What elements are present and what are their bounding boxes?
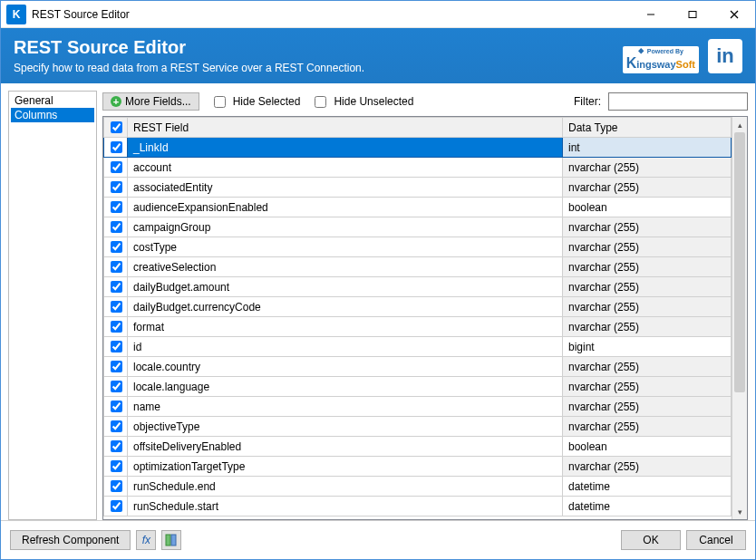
- data-type-cell[interactable]: int: [563, 138, 732, 158]
- ok-button[interactable]: OK: [621, 530, 681, 550]
- row-checkbox[interactable]: [104, 377, 128, 397]
- table-row[interactable]: accountnvarchar (255): [104, 158, 732, 178]
- scroll-down-icon[interactable]: ▾: [732, 504, 747, 519]
- table-row[interactable]: audienceExpansionEnabledboolean: [104, 198, 732, 217]
- rest-field-cell[interactable]: optimizationTargetType: [128, 457, 563, 477]
- data-type-cell[interactable]: nvarchar (255): [563, 237, 732, 257]
- table-row[interactable]: locale.languagenvarchar (255): [104, 377, 732, 397]
- row-checkbox[interactable]: [104, 277, 128, 297]
- row-checkbox[interactable]: [104, 257, 128, 277]
- rest-field-cell[interactable]: creativeSelection: [128, 257, 563, 277]
- grid-header-row: REST Field Data Type: [104, 118, 732, 138]
- row-checkbox[interactable]: [104, 477, 128, 497]
- data-type-cell[interactable]: nvarchar (255): [563, 178, 732, 198]
- data-type-cell[interactable]: nvarchar (255): [563, 277, 732, 297]
- rest-field-cell[interactable]: id: [128, 337, 563, 357]
- data-type-cell[interactable]: boolean: [563, 437, 732, 457]
- table-row[interactable]: formatnvarchar (255): [104, 317, 732, 337]
- table-row[interactable]: dailyBudget.currencyCodenvarchar (255): [104, 297, 732, 317]
- row-checkbox[interactable]: [104, 178, 128, 198]
- data-type-cell[interactable]: nvarchar (255): [563, 357, 732, 377]
- data-type-cell[interactable]: nvarchar (255): [563, 317, 732, 337]
- table-row[interactable]: campaignGroupnvarchar (255): [104, 217, 732, 237]
- row-checkbox[interactable]: [104, 198, 128, 217]
- table-row[interactable]: costTypenvarchar (255): [104, 237, 732, 257]
- row-checkbox[interactable]: [104, 158, 128, 178]
- row-checkbox[interactable]: [104, 138, 128, 158]
- hide-selected-checkbox[interactable]: Hide Selected: [210, 93, 301, 111]
- header-checkbox[interactable]: [104, 118, 128, 138]
- row-checkbox[interactable]: [104, 217, 128, 237]
- data-type-cell[interactable]: nvarchar (255): [563, 217, 732, 237]
- table-row[interactable]: offsiteDeliveryEnabledboolean: [104, 437, 732, 457]
- sidebar-item-general[interactable]: General: [11, 93, 94, 108]
- table-row[interactable]: runSchedule.enddatetime: [104, 477, 732, 497]
- row-checkbox[interactable]: [104, 237, 128, 257]
- toolbar: + More Fields... Hide Selected Hide Unse…: [102, 91, 748, 116]
- refresh-component-button[interactable]: Refresh Component: [10, 530, 131, 550]
- rest-field-cell[interactable]: associatedEntity: [128, 178, 563, 198]
- table-row[interactable]: runSchedule.startdatetime: [104, 497, 732, 517]
- rest-field-cell[interactable]: runSchedule.start: [128, 497, 563, 517]
- row-checkbox[interactable]: [104, 317, 128, 337]
- rest-field-cell[interactable]: costType: [128, 237, 563, 257]
- close-button[interactable]: [713, 1, 755, 27]
- expression-button[interactable]: fx: [136, 530, 156, 550]
- header-rest-field[interactable]: REST Field: [128, 118, 563, 138]
- rest-field-cell[interactable]: campaignGroup: [128, 217, 563, 237]
- linkedin-logo: in: [708, 39, 742, 73]
- rest-field-cell[interactable]: locale.language: [128, 377, 563, 397]
- table-row[interactable]: optimizationTargetTypenvarchar (255): [104, 457, 732, 477]
- data-type-cell[interactable]: nvarchar (255): [563, 377, 732, 397]
- filter-input[interactable]: [608, 92, 748, 111]
- vertical-scrollbar[interactable]: ▴ ▾: [732, 117, 747, 519]
- row-checkbox[interactable]: [104, 457, 128, 477]
- rest-field-cell[interactable]: dailyBudget.currencyCode: [128, 297, 563, 317]
- row-checkbox[interactable]: [104, 497, 128, 517]
- data-type-cell[interactable]: nvarchar (255): [563, 158, 732, 178]
- data-type-cell[interactable]: nvarchar (255): [563, 457, 732, 477]
- rest-field-cell[interactable]: name: [128, 397, 563, 417]
- cancel-button[interactable]: Cancel: [686, 530, 746, 550]
- more-fields-button[interactable]: + More Fields...: [102, 92, 199, 111]
- minimize-button[interactable]: [630, 1, 672, 27]
- table-row[interactable]: locale.countrynvarchar (255): [104, 357, 732, 377]
- maximize-button[interactable]: [672, 1, 713, 27]
- rest-field-cell[interactable]: dailyBudget.amount: [128, 277, 563, 297]
- table-row[interactable]: idbigint: [104, 337, 732, 357]
- header-data-type[interactable]: Data Type: [563, 118, 732, 138]
- table-row[interactable]: creativeSelectionnvarchar (255): [104, 257, 732, 277]
- rest-field-cell[interactable]: _LinkId: [128, 138, 563, 158]
- rest-field-cell[interactable]: objectiveType: [128, 417, 563, 437]
- scroll-up-icon[interactable]: ▴: [732, 117, 747, 132]
- row-checkbox[interactable]: [104, 337, 128, 357]
- rest-field-cell[interactable]: account: [128, 158, 563, 178]
- row-checkbox[interactable]: [104, 297, 128, 317]
- data-type-cell[interactable]: nvarchar (255): [563, 297, 732, 317]
- table-row[interactable]: _LinkIdint: [104, 138, 732, 158]
- data-type-cell[interactable]: datetime: [563, 497, 732, 517]
- table-row[interactable]: namenvarchar (255): [104, 397, 732, 417]
- table-row[interactable]: objectiveTypenvarchar (255): [104, 417, 732, 437]
- hide-unselected-checkbox[interactable]: Hide Unselected: [311, 93, 413, 111]
- data-type-cell[interactable]: boolean: [563, 198, 732, 217]
- data-type-cell[interactable]: nvarchar (255): [563, 397, 732, 417]
- row-checkbox[interactable]: [104, 397, 128, 417]
- row-checkbox[interactable]: [104, 417, 128, 437]
- rest-field-cell[interactable]: locale.country: [128, 357, 563, 377]
- rest-field-cell[interactable]: format: [128, 317, 563, 337]
- table-row[interactable]: dailyBudget.amountnvarchar (255): [104, 277, 732, 297]
- table-row[interactable]: associatedEntitynvarchar (255): [104, 178, 732, 198]
- sidebar-item-columns[interactable]: Columns: [11, 108, 94, 122]
- data-type-cell[interactable]: nvarchar (255): [563, 417, 732, 437]
- data-type-cell[interactable]: nvarchar (255): [563, 257, 732, 277]
- row-checkbox[interactable]: [104, 437, 128, 457]
- data-type-cell[interactable]: bigint: [563, 337, 732, 357]
- row-checkbox[interactable]: [104, 357, 128, 377]
- rest-field-cell[interactable]: audienceExpansionEnabled: [128, 198, 563, 217]
- documentation-button[interactable]: [161, 530, 181, 550]
- rest-field-cell[interactable]: offsiteDeliveryEnabled: [128, 437, 563, 457]
- data-type-cell[interactable]: datetime: [563, 477, 732, 497]
- scroll-thumb[interactable]: [734, 132, 745, 392]
- rest-field-cell[interactable]: runSchedule.end: [128, 477, 563, 497]
